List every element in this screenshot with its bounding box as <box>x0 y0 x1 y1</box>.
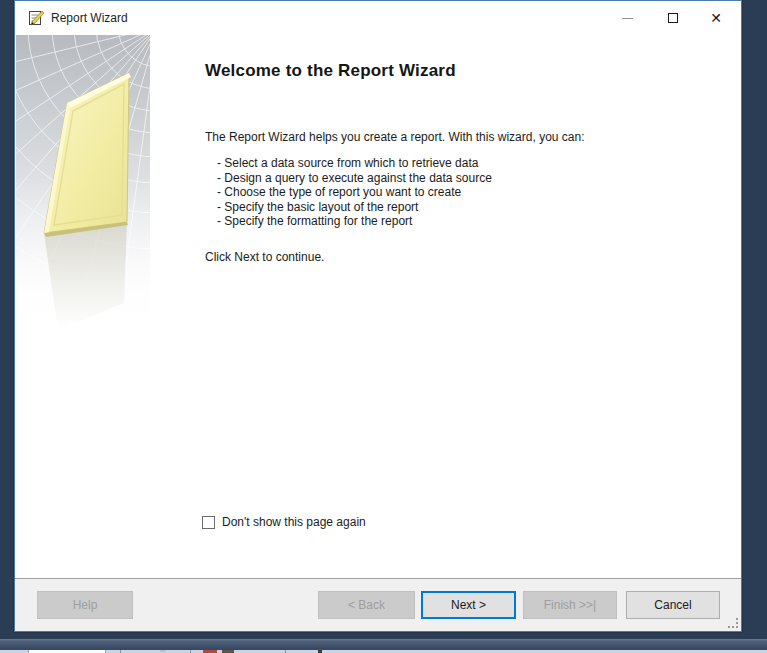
window-title: Report Wizard <box>51 11 128 25</box>
list-item: - Select a data source from which to ret… <box>217 156 492 171</box>
next-hint-text: Click Next to continue. <box>205 250 324 264</box>
minimize-button[interactable] <box>611 5 643 31</box>
next-button[interactable]: Next > <box>421 591 516 619</box>
capability-list: - Select a data source from which to ret… <box>217 156 492 229</box>
footer: Help < Back Next > Finish >>| Cancel <box>15 579 741 631</box>
resize-grip[interactable] <box>728 618 738 628</box>
titlebar: Report Wizard ✕ <box>15 1 741 35</box>
dont-show-again-checkbox[interactable]: Don't show this page again <box>202 514 366 530</box>
list-item: - Specify the basic layout of the report <box>217 200 492 215</box>
back-button[interactable]: < Back <box>318 591 415 619</box>
close-icon: ✕ <box>710 11 722 25</box>
close-button[interactable]: ✕ <box>700 5 732 31</box>
list-item: - Design a query to execute against the … <box>217 171 492 186</box>
help-button[interactable]: Help <box>37 591 133 619</box>
minimize-icon <box>622 18 633 19</box>
cancel-button[interactable]: Cancel <box>626 591 720 619</box>
report-wizard-icon <box>28 10 45 27</box>
intro-text: The Report Wizard helps you create a rep… <box>205 130 585 144</box>
list-item: - Specify the formatting for the report <box>217 214 492 229</box>
background-app-bar <box>0 639 767 650</box>
list-item: - Choose the type of report you want to … <box>217 185 492 200</box>
checkbox-box[interactable] <box>202 516 215 529</box>
maximize-icon <box>668 13 678 23</box>
maximize-button[interactable] <box>657 5 689 31</box>
toolbar-icon-fragment <box>160 650 166 652</box>
checkbox-label: Don't show this page again <box>222 515 366 529</box>
page-title: Welcome to the Report Wizard <box>205 61 456 81</box>
wizard-artwork <box>16 35 150 341</box>
report-wizard-dialog: Report Wizard ✕ <box>14 0 742 632</box>
finish-button[interactable]: Finish >>| <box>523 591 617 619</box>
